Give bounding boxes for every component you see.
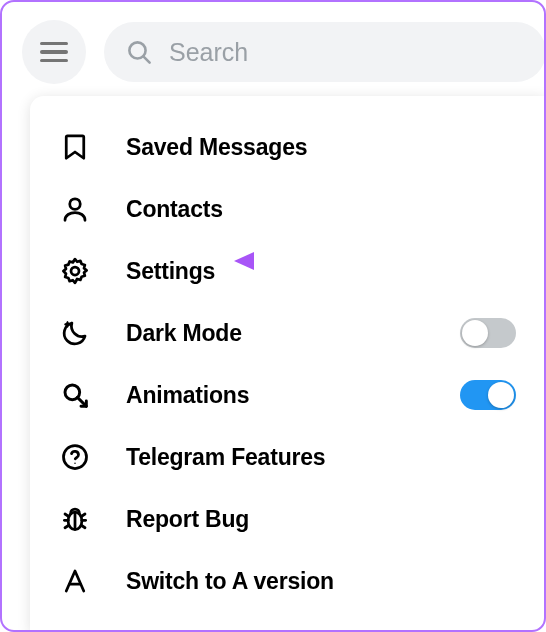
menu-item-settings[interactable]: Settings bbox=[48, 240, 528, 302]
menu-item-label: Contacts bbox=[126, 196, 223, 223]
svg-point-3 bbox=[71, 267, 79, 275]
menu-item-label: Report Bug bbox=[126, 506, 249, 533]
menu-item-label: Settings bbox=[126, 258, 215, 285]
moon-icon bbox=[58, 316, 92, 350]
animations-toggle[interactable] bbox=[460, 380, 516, 410]
svg-line-12 bbox=[81, 514, 85, 517]
search-placeholder: Search bbox=[169, 38, 248, 67]
hamburger-menu-button[interactable] bbox=[22, 20, 86, 84]
bug-icon bbox=[58, 502, 92, 536]
menu-item-animations[interactable]: Animations bbox=[48, 364, 528, 426]
menu-item-contacts[interactable]: Contacts bbox=[48, 178, 528, 240]
svg-line-11 bbox=[65, 514, 69, 517]
svg-line-13 bbox=[65, 525, 69, 528]
search-input[interactable]: Search bbox=[104, 22, 546, 82]
menu-item-dark-mode[interactable]: Dark Mode bbox=[48, 302, 528, 364]
menu-item-telegram-features[interactable]: Telegram Features bbox=[48, 426, 528, 488]
bookmark-icon bbox=[58, 130, 92, 164]
top-bar: Search bbox=[22, 18, 546, 86]
dark-mode-toggle[interactable] bbox=[460, 318, 516, 348]
animations-icon bbox=[58, 378, 92, 412]
person-icon bbox=[58, 192, 92, 226]
menu-item-label: Dark Mode bbox=[126, 320, 242, 347]
menu-item-switch-version[interactable]: Switch to A version bbox=[48, 550, 528, 612]
svg-line-1 bbox=[143, 56, 149, 62]
gear-icon bbox=[58, 254, 92, 288]
hamburger-icon bbox=[40, 42, 68, 63]
menu-item-saved-messages[interactable]: Saved Messages bbox=[48, 116, 528, 178]
search-icon bbox=[126, 39, 153, 66]
menu-item-label: Switch to A version bbox=[126, 568, 334, 595]
menu-item-label: Telegram Features bbox=[126, 444, 325, 471]
svg-point-2 bbox=[70, 199, 81, 210]
menu-item-report-bug[interactable]: Report Bug bbox=[48, 488, 528, 550]
letter-a-icon bbox=[58, 564, 92, 598]
menu-item-label: Animations bbox=[126, 382, 249, 409]
svg-point-5 bbox=[64, 446, 87, 469]
main-menu-panel: Saved Messages Contacts Settings Dark Mo… bbox=[30, 96, 546, 632]
svg-point-6 bbox=[74, 463, 76, 465]
help-circle-icon bbox=[58, 440, 92, 474]
menu-item-label: Saved Messages bbox=[126, 134, 307, 161]
svg-line-14 bbox=[81, 525, 85, 528]
